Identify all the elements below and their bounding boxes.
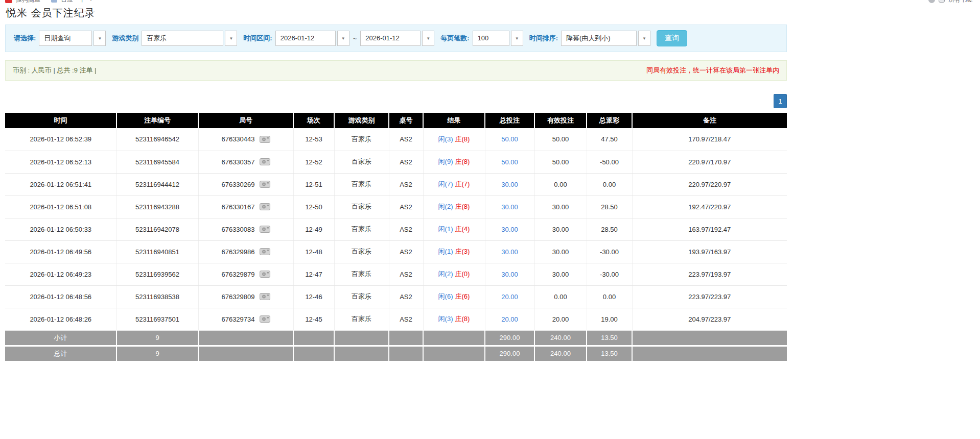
cell-table-no: AS2 bbox=[389, 263, 423, 285]
video-replay-icon[interactable] bbox=[260, 248, 270, 256]
game-type-value[interactable]: 百家乐 bbox=[142, 31, 223, 46]
video-replay-icon[interactable] bbox=[260, 180, 270, 188]
table-row: 2026-01-12 06:48:26523116937501676329734… bbox=[5, 308, 787, 330]
result-player: 闲(6) bbox=[438, 292, 453, 300]
query-type-value[interactable]: 日期查询 bbox=[39, 31, 92, 46]
col-header-time: 时间 bbox=[5, 113, 116, 128]
chevron-down-icon: ▼ bbox=[515, 36, 519, 41]
chevron-down-icon: ▼ bbox=[426, 36, 430, 41]
cell-table-no: AS2 bbox=[389, 218, 423, 240]
table-row: 2026-01-12 06:49:56523116940851676329986… bbox=[5, 240, 787, 263]
cell-session: 12-50 bbox=[293, 196, 334, 218]
time-sort-value[interactable]: 降冪(由大到小) bbox=[561, 31, 637, 46]
result-player: 闲(2) bbox=[438, 203, 453, 210]
cell-payout: 28.50 bbox=[587, 218, 632, 240]
chevron-down-icon: ▼ bbox=[341, 36, 345, 41]
round-number: 676329879 bbox=[221, 271, 254, 278]
result-player: 闲(9) bbox=[438, 158, 453, 165]
cell-result: 闲(7)庄(7) bbox=[423, 173, 485, 196]
bookmark-item[interactable]: 百度一下 bbox=[61, 0, 85, 4]
range-separator: ~ bbox=[353, 35, 357, 42]
all-bookmarks-button[interactable]: 所有书签 bbox=[948, 0, 973, 4]
result-player: 闲(3) bbox=[438, 135, 453, 143]
page-size-label: 每页笔数: bbox=[440, 34, 469, 43]
cell-payout: -50.00 bbox=[587, 151, 632, 173]
total-bet-link[interactable]: 30.00 bbox=[501, 181, 518, 188]
total-bet-link[interactable]: 50.00 bbox=[501, 135, 518, 143]
date-to-dropdown-button[interactable]: ▼ bbox=[422, 31, 434, 46]
subtotal-row: 小计 9 290.00 240.00 13.50 bbox=[5, 330, 787, 346]
table-row: 2026-01-12 06:51:08523116943288676330167… bbox=[5, 196, 787, 218]
cell-table-no: AS2 bbox=[389, 173, 423, 196]
video-replay-icon[interactable] bbox=[260, 270, 270, 278]
page-size-dropdown-button[interactable]: ▼ bbox=[511, 31, 523, 46]
browser-bookmark-strip: 搜狗高速 百度一下 ▼ 所有书签 bbox=[0, 0, 980, 5]
cell-note: 192.47/220.97 bbox=[632, 196, 787, 218]
search-button[interactable]: 查询 bbox=[657, 30, 687, 46]
empty-cell bbox=[389, 346, 423, 361]
date-from-combobox: 2026-01-12 ▼ bbox=[275, 31, 349, 46]
cell-time: 2026-01-12 06:51:08 bbox=[5, 196, 116, 218]
total-bet-link[interactable]: 30.00 bbox=[501, 203, 518, 211]
cell-bet-id: 523116939562 bbox=[116, 263, 198, 285]
bet-records-table: 时间 注单编号 局号 场次 游戏类别 桌号 结果 总投注 有效投注 总派彩 备注… bbox=[5, 113, 787, 361]
time-range-label: 时间区间: bbox=[243, 34, 272, 43]
col-header-table-no: 桌号 bbox=[389, 113, 423, 128]
grand-total-count: 9 bbox=[116, 346, 198, 361]
cell-bet-id: 523116938538 bbox=[116, 285, 198, 308]
empty-cell bbox=[293, 346, 334, 361]
cell-game-type: 百家乐 bbox=[334, 285, 389, 308]
result-player: 闲(1) bbox=[438, 248, 453, 255]
cell-time: 2026-01-12 06:48:56 bbox=[5, 285, 116, 308]
cell-time: 2026-01-12 06:52:39 bbox=[5, 128, 116, 151]
cell-note: 193.97/163.97 bbox=[632, 240, 787, 263]
sogou-favicon-icon bbox=[5, 0, 12, 3]
total-bet-link[interactable]: 20.00 bbox=[501, 293, 518, 301]
time-sort-dropdown-button[interactable]: ▼ bbox=[638, 31, 650, 46]
empty-cell bbox=[389, 330, 423, 346]
query-type-dropdown-button[interactable]: ▼ bbox=[94, 31, 106, 46]
result-banker: 庄(8) bbox=[455, 315, 470, 323]
total-bet-link[interactable]: 30.00 bbox=[501, 226, 518, 233]
page-size-value[interactable]: 100 bbox=[473, 31, 509, 46]
cell-total-bet: 20.00 bbox=[485, 285, 534, 308]
result-player: 闲(2) bbox=[438, 270, 453, 278]
total-bet-link[interactable]: 50.00 bbox=[501, 158, 518, 166]
subtotal-label: 小计 bbox=[5, 330, 116, 346]
cell-session: 12-45 bbox=[293, 308, 334, 330]
page-1-button[interactable]: 1 bbox=[774, 94, 787, 108]
empty-cell bbox=[632, 346, 787, 361]
date-to-value[interactable]: 2026-01-12 bbox=[360, 31, 421, 46]
cell-round: 676329734 bbox=[198, 308, 293, 330]
total-bet-link[interactable]: 30.00 bbox=[501, 271, 518, 278]
video-replay-icon[interactable] bbox=[260, 292, 270, 301]
video-replay-icon[interactable] bbox=[260, 135, 270, 143]
all-bookmarks-icon bbox=[939, 0, 945, 3]
cell-time: 2026-01-12 06:49:56 bbox=[5, 240, 116, 263]
profile-icon[interactable] bbox=[928, 0, 935, 3]
date-from-dropdown-button[interactable]: ▼ bbox=[337, 31, 349, 46]
cell-total-bet: 30.00 bbox=[485, 240, 534, 263]
pagination: 1 bbox=[5, 94, 787, 108]
cell-payout: 47.50 bbox=[587, 128, 632, 151]
cell-game-type: 百家乐 bbox=[334, 173, 389, 196]
video-replay-icon[interactable] bbox=[260, 225, 270, 233]
total-bet-link[interactable]: 30.00 bbox=[501, 248, 518, 256]
cell-bet-id: 523116946542 bbox=[116, 128, 198, 151]
bookmark-item[interactable]: 搜狗高速 bbox=[16, 0, 40, 4]
video-replay-icon[interactable] bbox=[260, 158, 270, 166]
cell-bet-id: 523116937501 bbox=[116, 308, 198, 330]
cell-valid-bet: 50.00 bbox=[534, 151, 587, 173]
total-bet-link[interactable]: 20.00 bbox=[501, 315, 518, 323]
table-row: 2026-01-12 06:52:39523116946542676330443… bbox=[5, 128, 787, 151]
game-type-dropdown-button[interactable]: ▼ bbox=[225, 31, 237, 46]
col-header-result: 结果 bbox=[423, 113, 485, 128]
time-sort-label: 时间排序: bbox=[529, 34, 558, 43]
video-replay-icon[interactable] bbox=[260, 203, 270, 211]
cell-session: 12-49 bbox=[293, 218, 334, 240]
video-replay-icon[interactable] bbox=[260, 315, 270, 323]
cell-game-type: 百家乐 bbox=[334, 308, 389, 330]
query-type-combobox: 日期查询 ▼ bbox=[39, 31, 106, 46]
cell-valid-bet: 50.00 bbox=[534, 128, 587, 151]
date-from-value[interactable]: 2026-01-12 bbox=[275, 31, 336, 46]
